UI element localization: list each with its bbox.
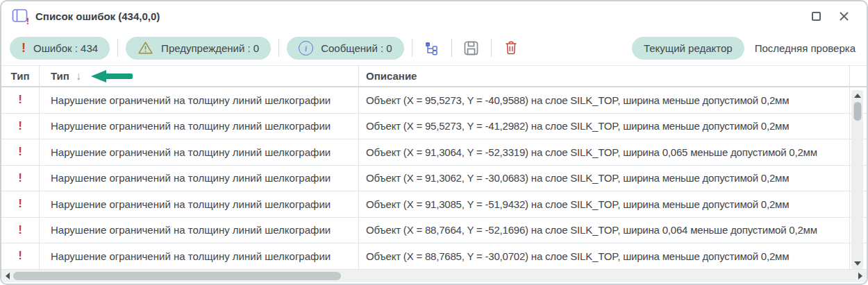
maximize-button[interactable] [806, 6, 826, 26]
table-row[interactable]: ! Нарушение ограничений на толщину линий… [1, 87, 867, 114]
info-circle-icon: i [299, 41, 313, 55]
error-table-body: ! Нарушение ограничений на толщину линий… [1, 87, 867, 270]
row-description-cell: Объект (X = 88,7664, Y = -52,1696) на сл… [359, 218, 850, 243]
warnings-count-badge[interactable]: Предупреждений : 0 [126, 37, 271, 60]
row-type-cell: Нарушение ограничений на толщину линий ш… [40, 243, 359, 269]
error-badge-overlay-icon: ! [26, 17, 29, 26]
warning-triangle-icon [137, 41, 153, 55]
titlebar: ! Список ошибок (434,0,0) [1, 1, 867, 31]
error-list-panel-icon: ! [12, 8, 28, 24]
horizontal-scrollbar-thumb[interactable] [13, 272, 341, 280]
row-error-icon: ! [1, 166, 40, 191]
row-description-cell: Объект (X = 95,5273, Y = -41,2982) на сл… [359, 114, 850, 139]
scroll-down-icon[interactable] [854, 261, 861, 266]
scroll-up-icon[interactable] [854, 94, 861, 98]
column-header-label: Тип [11, 70, 30, 82]
source-toggle: Текущий редактор Последняя проверка [632, 37, 856, 60]
row-error-icon: ! [1, 243, 40, 269]
table-row[interactable]: ! Нарушение ограничений на толщину линий… [1, 243, 867, 270]
row-type-cell: Нарушение ограничений на толщину линий ш… [40, 139, 359, 165]
toolbar-separator [491, 39, 492, 57]
messages-count-badge[interactable]: i Сообщений : 0 [287, 37, 404, 60]
row-type-cell: Нарушение ограничений на толщину линий ш… [40, 87, 359, 113]
annotation-arrow-icon [91, 69, 133, 83]
error-list-window: ! Список ошибок (434,0,0) ! Ошибок : 434 [0, 0, 868, 285]
row-type-cell: Нарушение ограничений на толщину линий ш… [40, 218, 359, 243]
tree-structure-icon [424, 41, 439, 55]
table-row[interactable]: ! Нарушение ограничений на толщину линий… [1, 191, 867, 218]
errors-count-badge[interactable]: ! Ошибок : 434 [10, 37, 110, 60]
row-type-cell: Нарушение ограничений на толщину линий ш… [40, 166, 359, 191]
warnings-count-label: Предупреждений : 0 [161, 42, 259, 54]
row-description-cell: Объект (X = 91,3064, Y = -52,3319) на сл… [359, 139, 850, 165]
horizontal-scrollbar[interactable] [1, 270, 867, 282]
table-row[interactable]: ! Нарушение ограничений на толщину линий… [1, 139, 867, 166]
row-type-cell: Нарушение ограничений на толщину линий ш… [40, 191, 359, 217]
close-icon [839, 11, 849, 21]
delete-button[interactable] [499, 36, 523, 60]
vertical-scrollbar-thumb[interactable] [853, 102, 861, 121]
row-type-cell: Нарушение ограничений на толщину линий ш… [40, 114, 359, 139]
maximize-icon [812, 12, 821, 21]
error-exclamation-icon: ! [22, 42, 26, 54]
row-error-icon: ! [1, 87, 40, 113]
window-title: Список ошибок (434,0,0) [35, 10, 160, 22]
row-description-cell: Объект (X = 91,3085, Y = -51,9432) на сл… [359, 191, 850, 217]
row-error-icon: ! [1, 139, 40, 165]
row-error-icon: ! [1, 191, 40, 217]
save-icon [463, 40, 479, 56]
save-button[interactable] [460, 36, 483, 60]
row-description-cell: Объект (X = 91,3062, Y = -30,0683) на сл… [359, 166, 850, 191]
last-check-toggle[interactable]: Последняя проверка [755, 42, 856, 54]
scroll-right-icon[interactable] [858, 273, 862, 279]
close-button[interactable] [833, 6, 854, 26]
tree-view-button[interactable] [420, 36, 444, 60]
column-header-type[interactable]: Тип ↓ [40, 66, 359, 86]
messages-count-label: Сообщений : 0 [321, 42, 392, 54]
column-header-label: Тип [51, 70, 69, 82]
row-error-icon: ! [1, 114, 40, 139]
row-description-cell: Объект (X = 88,7685, Y = -30,0702) на сл… [359, 243, 850, 269]
column-header-type-icon[interactable]: Тип [1, 66, 40, 86]
toolbar-separator [412, 39, 412, 57]
toolbar-separator [117, 39, 118, 57]
table-row[interactable]: ! Нарушение ограничений на толщину линий… [1, 166, 867, 192]
column-header-description[interactable]: Описание [359, 66, 850, 86]
errors-count-label: Ошибок : 434 [33, 42, 98, 54]
trash-icon [504, 40, 518, 55]
toolbar-separator [278, 39, 279, 57]
table-row[interactable]: ! Нарушение ограничений на толщину линий… [1, 218, 867, 244]
scroll-left-icon[interactable] [6, 273, 10, 279]
sort-descending-icon: ↓ [76, 70, 81, 83]
table-header: Тип Тип ↓ Описание [1, 65, 867, 87]
vertical-scrollbar[interactable] [851, 90, 863, 269]
current-editor-toggle[interactable]: Текущий редактор [632, 37, 744, 60]
toolbar: ! Ошибок : 434 Предупреждений : 0 i Сооб… [1, 31, 867, 65]
column-header-label: Описание [366, 70, 417, 82]
table-row[interactable]: ! Нарушение ограничений на толщину линий… [1, 114, 867, 140]
row-description-cell: Объект (X = 95,5273, Y = -40,9588) на сл… [359, 87, 850, 113]
toolbar-separator [451, 39, 452, 57]
row-error-icon: ! [1, 218, 40, 243]
